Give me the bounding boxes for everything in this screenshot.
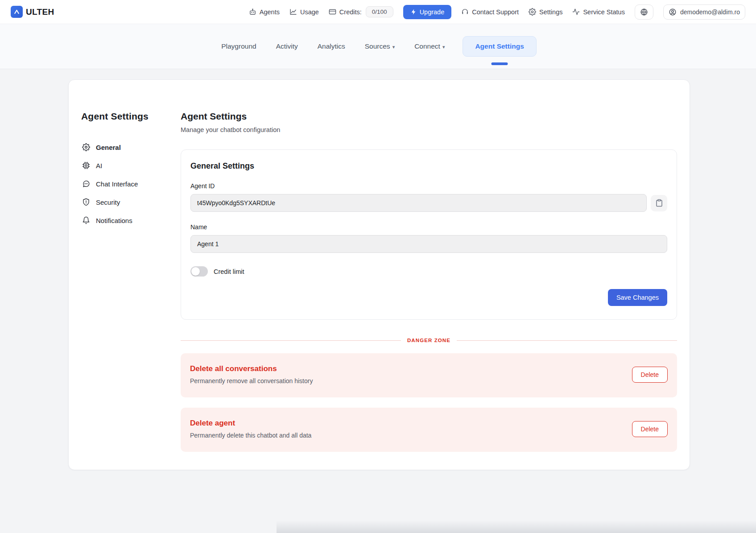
agent-id-label: Agent ID: [190, 182, 667, 190]
shield-icon: [82, 198, 90, 206]
nav-contact-support-label: Contact Support: [472, 8, 519, 16]
tab-analytics-label: Analytics: [318, 42, 345, 50]
name-label: Name: [190, 223, 667, 231]
upgrade-label: Upgrade: [420, 8, 445, 16]
tab-sources[interactable]: Sources ▾: [363, 37, 397, 56]
delete-agent-button[interactable]: Delete: [632, 421, 668, 437]
save-row: Save Changes: [190, 289, 667, 306]
sidebar-item-ai[interactable]: AI: [81, 157, 181, 174]
nav-agents[interactable]: Agents: [249, 8, 280, 16]
tab-connect[interactable]: Connect ▾: [413, 37, 446, 56]
nav-usage-label: Usage: [300, 8, 319, 16]
nav-usage[interactable]: Usage: [289, 8, 319, 16]
nav-service-status[interactable]: Service Status: [572, 8, 625, 16]
general-settings-title: General Settings: [190, 161, 667, 171]
sidebar-item-notifications[interactable]: Notifications: [81, 212, 181, 229]
credits-label: Credits:: [339, 8, 362, 16]
robot-icon: [249, 8, 256, 16]
sidebar-item-chat-interface[interactable]: Chat Interface: [81, 175, 181, 192]
language-button[interactable]: [635, 4, 653, 20]
tab-activity-label: Activity: [276, 42, 298, 50]
pulse-icon: [572, 8, 580, 16]
sidebar-item-label: AI: [96, 162, 102, 169]
delete-agent-panel: Delete agent Permanently delete this cha…: [181, 408, 677, 452]
sidebar-item-label: Notifications: [96, 217, 132, 224]
nav-agents-label: Agents: [260, 8, 280, 16]
tab-connect-label: Connect: [414, 42, 440, 50]
credit-limit-label: Credit limit: [214, 268, 244, 275]
delete-conversations-text: Delete all conversations Permanently rem…: [190, 364, 313, 384]
chevron-down-icon: ▾: [392, 44, 395, 50]
brand-logo[interactable]: ULTEH: [11, 6, 54, 18]
toggle-knob: [191, 267, 200, 276]
delete-agent-desc: Permanently delete this chatbot and all …: [190, 432, 311, 439]
nav-settings[interactable]: Settings: [529, 8, 562, 16]
tab-playground[interactable]: Playground: [219, 37, 258, 56]
bottom-shadow: [277, 521, 756, 533]
credit-limit-toggle[interactable]: [190, 266, 208, 277]
agent-tabbar: Playground Activity Analytics Sources ▾ …: [0, 24, 756, 69]
gear-icon: [529, 8, 536, 16]
general-settings-section: General Settings Agent ID Name Credit li…: [181, 149, 677, 320]
delete-conversations-button[interactable]: Delete: [632, 367, 668, 383]
delete-agent-title: Delete agent: [190, 419, 311, 428]
divider-line: [457, 340, 677, 341]
chip-icon: [82, 161, 90, 169]
bolt-icon: [410, 9, 417, 15]
page-title: Agent Settings: [181, 111, 677, 122]
danger-zone-heading: DANGER ZONE: [407, 338, 450, 343]
chat-bubble-icon: [82, 180, 90, 188]
sidebar-title: Agent Settings: [81, 111, 181, 122]
top-header: ULTEH Agents Usage Credits: 0/100: [0, 0, 756, 24]
tab-playground-label: Playground: [221, 42, 256, 50]
credits-badge: 0/100: [366, 6, 393, 17]
brand-name: ULTEH: [26, 7, 54, 17]
credit-limit-row: Credit limit: [190, 266, 667, 277]
credit-card-icon: [329, 8, 336, 16]
agent-id-row: [190, 194, 667, 212]
agent-id-input[interactable]: [190, 194, 647, 212]
chevron-down-icon: ▾: [442, 44, 445, 50]
user-icon: [669, 8, 677, 16]
sidebar-item-general[interactable]: General: [81, 139, 181, 156]
gear-icon: [82, 143, 90, 151]
settings-sidebar: Agent Settings General AI Chat Interface: [69, 80, 181, 452]
tab-analytics[interactable]: Analytics: [316, 37, 347, 56]
nav-settings-label: Settings: [539, 8, 562, 16]
agent-name-input[interactable]: [190, 235, 667, 253]
name-row: [190, 235, 667, 253]
account-email: demodemo@aldim.ro: [680, 8, 740, 16]
delete-agent-text: Delete agent Permanently delete this cha…: [190, 419, 311, 439]
copy-agent-id-button[interactable]: [651, 195, 667, 211]
header-right-nav: Agents Usage Credits: 0/100 Upgrade: [249, 4, 745, 20]
sidebar-menu: General AI Chat Interface Security: [81, 139, 181, 229]
headset-icon: [461, 8, 469, 16]
save-changes-button[interactable]: Save Changes: [608, 289, 667, 306]
agent-settings-card: Agent Settings General AI Chat Interface: [68, 79, 690, 470]
sidebar-item-security[interactable]: Security: [81, 194, 181, 211]
chart-icon: [289, 8, 297, 16]
divider-line: [181, 340, 401, 341]
clipboard-icon: [655, 199, 663, 207]
tab-activity[interactable]: Activity: [274, 37, 300, 56]
page-subtitle: Manage your chatbot configuration: [181, 126, 677, 133]
sidebar-item-label: General: [96, 144, 121, 151]
nav-service-status-label: Service Status: [583, 8, 625, 16]
delete-conversations-title: Delete all conversations: [190, 364, 313, 373]
settings-main: Agent Settings Manage your chatbot confi…: [181, 80, 690, 452]
nav-contact-support[interactable]: Contact Support: [461, 8, 519, 16]
upgrade-button[interactable]: Upgrade: [403, 5, 452, 19]
sidebar-item-label: Security: [96, 198, 120, 206]
tab-sources-label: Sources: [365, 42, 390, 50]
tab-agent-settings[interactable]: Agent Settings: [463, 36, 536, 57]
sidebar-item-label: Chat Interface: [96, 180, 138, 188]
delete-conversations-panel: Delete all conversations Permanently rem…: [181, 353, 677, 397]
danger-zone-divider: DANGER ZONE: [181, 338, 677, 343]
brand-logo-icon: [11, 6, 23, 18]
globe-icon: [640, 8, 648, 16]
delete-conversations-desc: Permanently remove all conversation hist…: [190, 377, 313, 384]
bell-icon: [82, 216, 90, 224]
tab-agent-settings-label: Agent Settings: [475, 42, 524, 50]
nav-credits: Credits: 0/100: [329, 6, 393, 17]
account-button[interactable]: demodemo@aldim.ro: [663, 4, 745, 20]
